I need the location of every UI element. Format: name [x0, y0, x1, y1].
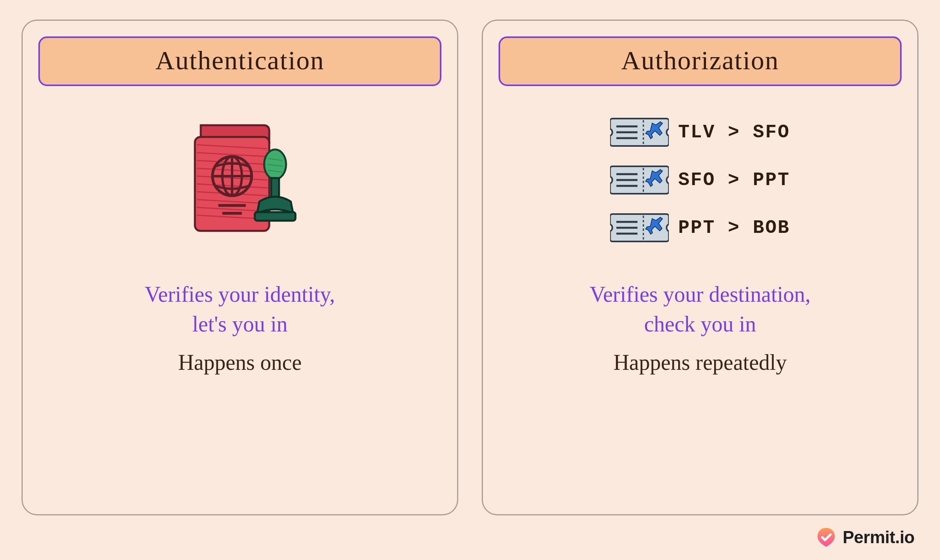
desc-line: Verifies your destination, — [590, 282, 811, 306]
authorization-title: Authorization — [499, 36, 902, 86]
authorization-description: Verifies your destination, check you in — [590, 280, 811, 339]
route-label: SFO > PPT — [678, 169, 790, 191]
authorization-card: Authorization TLV > SFO SFO > PPT PPT > — [482, 20, 918, 515]
authentication-card: Authentication — [22, 20, 458, 515]
authentication-description: Verifies your identity, let's you in — [145, 280, 335, 339]
route-row: TLV > SFO — [610, 115, 790, 150]
authentication-frequency: Happens once — [178, 350, 302, 375]
footer: Permit.io — [22, 515, 918, 548]
footer-brand: Permit.io — [843, 528, 915, 547]
passport-icon — [177, 121, 303, 239]
route-row: SFO > PPT — [610, 162, 790, 198]
ticket-icon — [610, 162, 669, 198]
route-row: PPT > BOB — [610, 210, 790, 245]
ticket-icon — [610, 210, 669, 245]
cards-container: Authentication — [22, 20, 918, 515]
ticket-icon — [610, 115, 669, 150]
permit-logo-icon — [815, 526, 837, 548]
svg-rect-22 — [255, 212, 295, 221]
routes-list: TLV > SFO SFO > PPT PPT > BOB — [610, 115, 790, 245]
desc-line: let's you in — [192, 312, 287, 336]
passport-illustration — [177, 108, 303, 252]
route-label: PPT > BOB — [678, 217, 790, 238]
desc-line: check you in — [644, 312, 756, 336]
route-label: TLV > SFO — [678, 122, 790, 143]
desc-line: Verifies your identity, — [145, 282, 335, 306]
tickets-illustration: TLV > SFO SFO > PPT PPT > BOB — [610, 108, 790, 252]
authentication-title: Authentication — [38, 36, 441, 86]
authorization-frequency: Happens repeatedly — [613, 350, 787, 375]
